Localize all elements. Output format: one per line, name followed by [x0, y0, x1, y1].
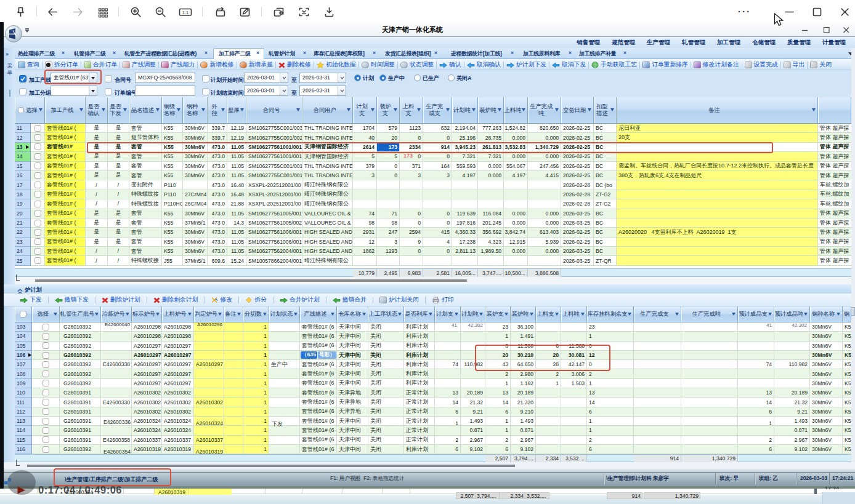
- svg-text:1:1: 1:1: [182, 10, 188, 15]
